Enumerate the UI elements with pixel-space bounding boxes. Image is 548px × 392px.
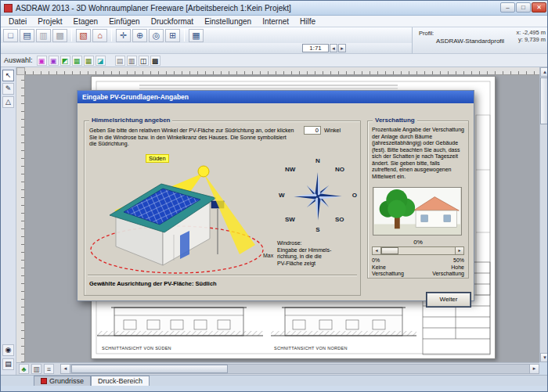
app-window: ASDRAW 2013 - 3D Wohnraumplaner Freeware… xyxy=(0,0,548,392)
menu-bar: Datei Projekt Etagen Einfügen Druckforma… xyxy=(1,16,548,27)
shading-scale-labels: Keine Verschattung Hohe Verschattung xyxy=(372,264,464,277)
select-wall-icon[interactable]: ◩ xyxy=(60,56,70,66)
angle-label: Winkel xyxy=(324,128,341,133)
menu-hilfe[interactable]: Hilfe xyxy=(294,17,321,26)
profile-label: Profil: xyxy=(419,30,434,37)
house-angle-ring-illustration[interactable] xyxy=(86,162,268,278)
select-object-icon[interactable]: ▤ xyxy=(115,56,125,66)
grundrisse-icon xyxy=(41,378,47,384)
plant-view-icon[interactable]: ♣ xyxy=(19,364,29,374)
select-point-icon[interactable]: ▣ xyxy=(37,56,47,66)
horizontal-scrollbar[interactable]: ◄ ► xyxy=(60,364,539,374)
select-window-icon[interactable]: ▦ xyxy=(72,56,82,66)
print-button[interactable]: ▩ xyxy=(52,29,67,42)
select-door-icon[interactable]: ▦ xyxy=(84,56,94,66)
print-preview-icon[interactable]: ▥ xyxy=(31,364,41,374)
tab-grundrisse-label: Grundrisse xyxy=(49,377,84,385)
open-project-button[interactable]: ▤ xyxy=(20,29,34,42)
draw-tool-button[interactable]: ✎ xyxy=(2,83,14,95)
scale-decrease-button[interactable]: ◄ xyxy=(330,44,337,52)
compass-label-no[interactable]: NO xyxy=(335,166,344,173)
compass-label-n[interactable]: N xyxy=(277,157,359,164)
select-text-icon[interactable]: ▥ xyxy=(127,56,137,66)
floor-plan-button[interactable]: ⌂ xyxy=(92,29,107,42)
scale-bar: 1:71 ◄ ► xyxy=(1,43,412,54)
tab-druck-bereich[interactable]: Druck-Bereich xyxy=(91,376,150,386)
view-tab-bar: Grundrisse Druck-Bereich xyxy=(1,375,548,386)
select-all-icon[interactable]: ▩ xyxy=(150,56,160,66)
shading-min-value: 0% xyxy=(372,257,380,263)
shading-slider[interactable]: ◄ ► xyxy=(372,246,464,255)
profile-value[interactable]: ASDRAW-Standardprofil xyxy=(436,38,504,45)
close-button[interactable]: ✕ xyxy=(532,2,546,13)
compass-label-o[interactable]: O xyxy=(352,192,357,199)
max-angle-label: Max xyxy=(263,253,273,258)
menu-druckformat[interactable]: Druckformat xyxy=(146,17,199,26)
minimize-button[interactable]: – xyxy=(500,2,515,13)
visibility-tool-button[interactable]: ◉ xyxy=(2,344,14,356)
shading-max-value: 50% xyxy=(453,257,464,263)
select-tool-button[interactable]: ↖ xyxy=(2,70,14,81)
list-view-icon[interactable]: ≡ xyxy=(44,364,54,374)
selection-bar: Auswahl: ▣ ▣ ◩ ▦ ▦ ◪ ▤ ▥ ◫ ▩ xyxy=(1,54,548,67)
scroll-down-button[interactable]: ▼ xyxy=(540,353,548,362)
scroll-right-button[interactable]: ► xyxy=(529,365,539,373)
select-dimension-icon[interactable]: ◫ xyxy=(139,56,149,66)
direction-group-title: Himmelsrichtung angeben xyxy=(89,117,172,124)
shading-group-title: Verschattung xyxy=(373,117,417,124)
compass-label-w[interactable]: W xyxy=(279,192,285,199)
scale-increase-button[interactable]: ► xyxy=(338,44,346,52)
toolbar-separator xyxy=(71,29,72,41)
scale-value[interactable]: 1:71 xyxy=(302,44,329,52)
windrose[interactable]: N NO O SO S SW W NW xyxy=(277,156,359,237)
compass-label-sw[interactable]: SW xyxy=(285,216,295,223)
menu-einfuegen[interactable]: Einfügen xyxy=(103,17,145,26)
fullscreen-view-button[interactable]: ⊞ xyxy=(165,29,180,42)
maximize-button[interactable]: □ xyxy=(516,2,531,13)
vertical-scroll-thumb[interactable] xyxy=(540,77,548,124)
cursor-y-coordinate: y: 9,739 m xyxy=(518,36,546,43)
left-toolbar: ↖ ✎ △ ◉ ▤ xyxy=(1,67,16,375)
shape-tool-button[interactable]: △ xyxy=(2,96,14,108)
layers-tool-button[interactable]: ▤ xyxy=(2,358,14,370)
result-separator xyxy=(88,275,357,276)
slider-track[interactable] xyxy=(381,247,455,254)
new-project-button[interactable]: □ xyxy=(3,29,18,42)
menu-projekt[interactable]: Projekt xyxy=(32,17,67,26)
compass-label-so[interactable]: SO xyxy=(335,216,344,223)
select-line-icon[interactable]: ▣ xyxy=(49,56,59,66)
menu-etagen[interactable]: Etagen xyxy=(67,17,103,26)
vertical-scrollbar[interactable]: ▲ ▼ xyxy=(539,67,548,362)
grid-toggle-button[interactable]: ▦ xyxy=(189,29,204,42)
pan-tool-button[interactable]: ✛ xyxy=(116,29,131,42)
app-icon xyxy=(4,4,13,13)
menu-datei[interactable]: Datei xyxy=(3,17,32,26)
scroll-up-button[interactable]: ▲ xyxy=(540,67,548,77)
direction-instructions: Geben Sie bitte den relativen Winkel der… xyxy=(89,128,294,148)
save-project-button[interactable]: ▥ xyxy=(36,29,51,42)
drawing-label-north: SCHNITTANSICHT VON NORDEN xyxy=(274,346,348,351)
zoom-tool-button[interactable]: ⊕ xyxy=(132,29,147,42)
horizontal-ruler xyxy=(25,67,539,75)
angle-input[interactable]: 0 xyxy=(304,126,321,135)
menu-einstellungen[interactable]: Einstellungen xyxy=(199,17,257,26)
angle-field-group: 0 Winkel xyxy=(304,126,341,135)
select-roof-icon[interactable]: ◪ xyxy=(96,56,106,66)
slider-thumb[interactable] xyxy=(381,247,398,254)
view-3d-button[interactable]: ▧ xyxy=(76,29,91,42)
dialog-title-bar[interactable]: Eingabe PV-Grundlagen-Angaben xyxy=(78,91,474,103)
slider-right-button[interactable]: ► xyxy=(455,247,463,254)
tab-grundrisse[interactable]: Grundrisse xyxy=(34,376,91,386)
compass-label-s[interactable]: S xyxy=(277,226,359,233)
tab-druck-bereich-label: Druck-Bereich xyxy=(98,377,142,385)
next-button[interactable]: Weiter xyxy=(427,293,470,307)
horizontal-scroll-thumb[interactable] xyxy=(71,365,228,373)
slider-left-button[interactable]: ◄ xyxy=(373,247,381,254)
selection-label: Auswahl: xyxy=(4,56,33,64)
window-title: ASDRAW 2013 - 3D Wohnraumplaner Freeware… xyxy=(16,4,291,13)
center-view-button[interactable]: ◎ xyxy=(149,29,164,42)
menu-internet[interactable]: Internet xyxy=(257,17,294,26)
scroll-left-button[interactable]: ◄ xyxy=(61,365,70,373)
shading-scale-values: 0% 50% xyxy=(372,257,464,263)
compass-label-nw[interactable]: NW xyxy=(285,166,295,173)
